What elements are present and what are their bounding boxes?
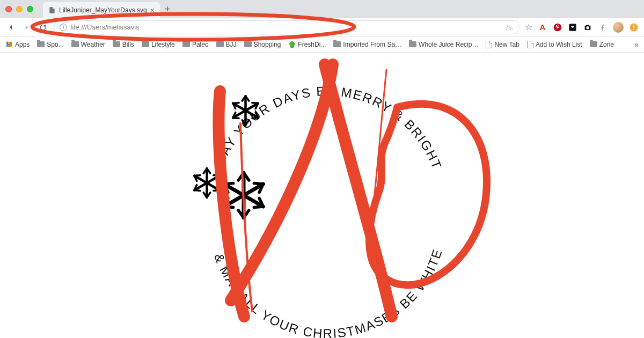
page-content: MAY YOUR DAYS BE MERRY & BRIGHT & MAY AL… <box>0 53 644 338</box>
annotation-overlay <box>0 0 644 338</box>
annotation-url-circle <box>32 14 354 40</box>
annotation-o-circle <box>369 104 487 285</box>
annotation-no-stroke <box>231 64 333 300</box>
